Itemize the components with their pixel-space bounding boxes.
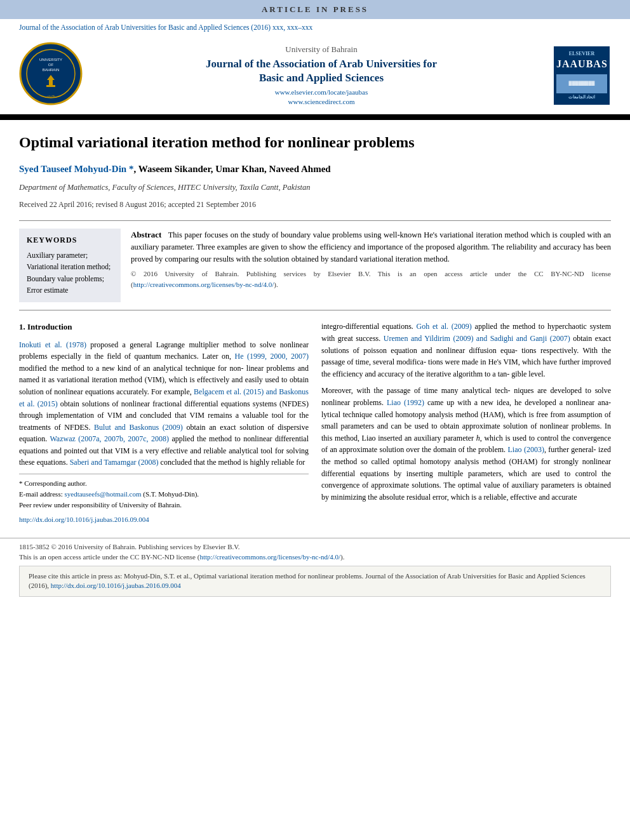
svg-text:BAHRAIN: BAHRAIN	[43, 68, 60, 72]
journal-citation: Journal of the Association of Arab Unive…	[19, 23, 312, 31]
university-logo: UNIVERSITY OF BAHRAIN بحرين	[19, 42, 89, 109]
abstract-section: KEYWORDS Auxiliary parameter; Variationa…	[19, 220, 611, 310]
footer-line2: This is an open access article under the…	[19, 552, 611, 562]
intro-para-1: Inokuti et al. (1978) proposed a general…	[19, 339, 309, 469]
abstract-body: This paper focuses on the study of bound…	[131, 230, 611, 263]
cite-doi-link[interactable]: http://dx.doi.org/10.1016/j.jaubas.2016.…	[51, 582, 181, 589]
url2: www.sciencedirect.com	[95, 97, 547, 107]
affiliation: Department of Mathematics, Faculty of Sc…	[19, 182, 611, 194]
article-in-press-banner: ARTICLE IN PRESS	[0, 0, 630, 19]
article-title: Optimal variational iteration method for…	[19, 133, 611, 152]
keywords-list: Auxiliary parameter; Variational iterati…	[27, 250, 113, 297]
keywords-title: KEYWORDS	[27, 235, 113, 246]
author2: Waseem Sikander, Umar Khan, Naveed Ahmed	[138, 164, 331, 174]
ref-bulut[interactable]: Bulut and Baskonus (2009)	[94, 423, 183, 432]
jaaubas-logo: ELSEVIER JAAUBAS ▓▓▓▓▓▓▓▓ اتحاد الجامعات	[554, 46, 611, 104]
footer-cc-link[interactable]: http://creativecommons.org/licenses/by-n…	[199, 553, 340, 561]
intro-para-right-1: integro-differential equations. Goh et a…	[321, 321, 611, 380]
main-content: Optimal variational iteration method for…	[0, 120, 630, 538]
ref-goh[interactable]: Goh et al. (2009)	[417, 322, 472, 331]
col-right: integro-differential equations. Goh et a…	[321, 321, 611, 525]
cc-link[interactable]: http://creativecommons.org/licenses/by-n…	[133, 281, 274, 288]
journal-header-block: UNIVERSITY OF BAHRAIN بحرين University o…	[0, 36, 630, 116]
journal-header-bar: Journal of the Association of Arab Unive…	[0, 19, 630, 36]
footer-line1: 1815-3852 © 2016 University of Bahrain. …	[19, 542, 611, 552]
svg-rect-7	[46, 85, 55, 87]
journal-title: Journal of the Association of Arab Unive…	[95, 57, 547, 85]
col-left: 1. Introduction Inokuti et al. (1978) pr…	[19, 321, 309, 525]
ref-saberi[interactable]: Saberi and Tamamgar (2008)	[70, 458, 159, 467]
cite-box: Please cite this article in press as: Mo…	[19, 566, 611, 597]
authors-line: Syed Tauseef Mohyud-Din *, Waseem Sikand…	[19, 163, 611, 176]
ref-liao2003[interactable]: Liao (2003)	[508, 445, 544, 454]
journal-urls: www.elsevier.com/locate/jaaubas www.scie…	[95, 88, 547, 107]
keyword-2: Variational iteration method;	[27, 261, 113, 272]
intro-para-right-2: Moreover, with the passage of time many …	[321, 385, 611, 503]
received-line: Received 22 April 2016; revised 8 August…	[19, 199, 611, 210]
corresponding-author: Syed Tauseef Mohyud-Din *	[19, 164, 133, 174]
url1: www.elsevier.com/locate/jaaubas	[95, 88, 547, 97]
ref-he[interactable]: He (1999, 2000, 2007)	[235, 352, 309, 361]
email-link[interactable]: syedtauseefs@hotmail.com	[64, 490, 141, 498]
keywords-box: KEYWORDS Auxiliary parameter; Variationa…	[19, 229, 121, 302]
footnote-peer-review: Peer review under responsibility of Univ…	[19, 500, 309, 510]
university-name: University of Bahrain	[95, 44, 547, 55]
ref-belgacem[interactable]: Belgacem et al. (2015) and Baskonus et a…	[19, 387, 309, 408]
footnote-email: E-mail address: syedtauseefs@hotmail.com…	[19, 489, 309, 500]
footnote-corresponding: * Corresponding author.	[19, 478, 309, 489]
ref-uremen[interactable]: Uremen and Yildirim (2009) and Sadighi a…	[384, 334, 570, 343]
footer-bar: 1815-3852 © 2016 University of Bahrain. …	[0, 538, 630, 566]
footnotes: * Corresponding author. E-mail address: …	[19, 474, 309, 510]
keyword-4: Error estimate	[27, 284, 113, 296]
ref-liao1992[interactable]: Liao (1992)	[387, 398, 424, 407]
svg-text:UNIVERSITY: UNIVERSITY	[39, 58, 62, 62]
keyword-1: Auxiliary parameter;	[27, 250, 113, 261]
svg-text:بحرين: بحرين	[47, 93, 55, 98]
ref-inokuti[interactable]: Inokuti et al. (1978)	[19, 340, 86, 349]
doi-link[interactable]: http://dx.doi.org/10.1016/j.jaubas.2016.…	[19, 516, 149, 523]
abstract-text: Abstract This paper focuses on the study…	[131, 229, 611, 265]
header-center: University of Bahrain Journal of the Ass…	[89, 44, 554, 107]
svg-text:OF: OF	[48, 63, 54, 67]
ref-wazwaz[interactable]: Wazwaz (2007a, 2007b, 2007c, 2008)	[50, 434, 169, 443]
keyword-3: Boundary value problems;	[27, 273, 113, 284]
section1-title: 1. Introduction	[19, 321, 309, 333]
doi-line: http://dx.doi.org/10.1016/j.jaubas.2016.…	[19, 514, 309, 525]
abstract-box: Abstract This paper focuses on the study…	[131, 229, 611, 302]
body-columns: 1. Introduction Inokuti et al. (1978) pr…	[19, 321, 611, 525]
copyright-line: © 2016 University of Bahrain. Publishing…	[131, 269, 611, 290]
